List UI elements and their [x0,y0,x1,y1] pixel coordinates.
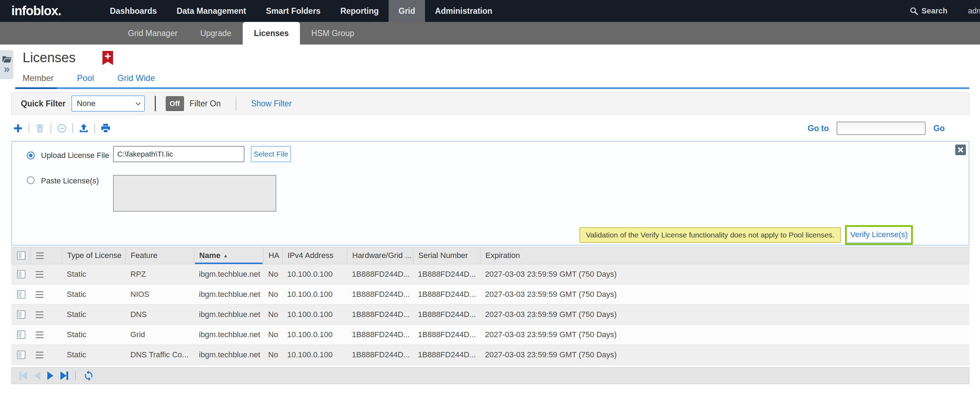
page-title: Licenses [22,50,76,65]
bookmark-add-icon[interactable] [102,51,113,65]
active-tab-underline [15,87,57,89]
previous-page-icon [34,371,40,380]
cell-name: ibgm.techblue.net [194,350,263,360]
select-file-button[interactable]: Select File [251,146,291,162]
quick-filter-selected-value: None [77,99,96,108]
row-menu-icon[interactable] [36,331,43,338]
last-page-button[interactable] [60,371,68,380]
cell-expiration: 2027-03-03 23:59:59 GMT (750 Days) [480,270,969,279]
divider [94,123,95,133]
row-menu-icon[interactable] [36,271,43,278]
filter-on-label: Filter On [190,99,221,108]
menu-icon[interactable] [36,252,44,259]
header-name[interactable]: Name ▲ [194,247,264,264]
upload-license-radio-label: Upload License File [41,151,109,160]
header-feature[interactable]: Feature [126,247,194,264]
filter-on-toggle[interactable]: Off [166,96,184,111]
first-page-icon [21,371,27,380]
row-menu-icon[interactable] [36,291,43,298]
nav-item-dashboards[interactable]: Dashboards [100,0,167,22]
cell-feature: RPZ [126,270,194,279]
previous-page-button[interactable] [34,371,40,380]
user-menu[interactable]: admin [968,6,980,16]
quick-filter-select[interactable]: None [72,95,145,112]
cell-expiration: 2027-03-03 23:59:59 GMT (750 Days) [480,290,969,299]
cell-name: ibgm.techblue.net [194,330,263,339]
upload-button[interactable] [77,122,91,135]
paste-license-textarea[interactable] [113,175,276,212]
sidebar-expand-toggle[interactable]: » [0,50,13,79]
paste-license-radio[interactable] [27,177,35,184]
row-checkbox[interactable] [17,290,25,299]
go-button[interactable]: Go [933,124,945,133]
header-serial-number[interactable]: Serial Number [413,247,480,264]
header-name-label: Name [199,251,220,260]
sort-ascending-icon: ▲ [223,253,228,258]
table-row[interactable]: Static NIOS ibgm.techblue.net No 10.100.… [11,285,969,305]
cell-serial: 1B888FD244D... [413,270,480,279]
global-search[interactable]: Search [909,6,948,16]
quick-filter-label: Quick Filter [21,99,66,108]
remove-button[interactable] [55,122,68,135]
select-all-checkbox[interactable] [17,251,25,260]
tab-pool[interactable]: Pool [77,73,94,83]
row-menu-icon[interactable] [36,352,43,358]
table-row[interactable]: Static RPZ ibgm.techblue.net No 10.100.0… [11,264,969,285]
header-hardware-grid[interactable]: Hardware/Grid ... [347,247,413,264]
cell-expiration: 2027-03-03 23:59:59 GMT (750 Days) [480,310,969,319]
cell-ha: No [263,310,282,319]
top-nav-right: Search admin [909,0,980,22]
quick-filter-bar: Quick Filter None Off Filter On Show Fil… [11,92,969,115]
cell-ipv4: 10.100.0.100 [282,290,347,299]
tab-member[interactable]: Member [22,73,54,83]
licenses-table: Type of License Feature Name ▲ HA IPv4 A… [11,247,969,365]
cell-expiration: 2027-03-03 23:59:59 GMT (750 Days) [480,330,969,339]
nav-item-administration[interactable]: Administration [425,0,502,22]
minus-circle-icon [57,123,67,133]
show-filter-link[interactable]: Show Filter [251,99,292,108]
subnav-item-hsm-group[interactable]: HSM Group [300,22,365,45]
row-checkbox[interactable] [17,310,25,319]
subnav-item-grid-manager[interactable]: Grid Manager [116,22,189,45]
toolbar-icons [11,122,112,135]
table-row[interactable]: Static DNS Traffic Co... ibgm.techblue.n… [11,345,969,365]
trash-icon [35,123,45,133]
cell-name: ibgm.techblue.net [194,270,263,279]
tab-grid-wide[interactable]: Grid Wide [117,73,155,83]
header-ha[interactable]: HA [264,247,283,264]
refresh-button[interactable] [83,370,94,381]
verify-note-tooltip: Validation of the Verify License functio… [579,227,841,243]
divider [75,371,76,380]
header-expiration[interactable]: Expiration [480,247,969,264]
select-all-checkbox-cell [12,247,31,264]
first-page-button[interactable] [19,371,27,380]
row-menu-icon[interactable] [36,311,43,318]
nav-item-data-management[interactable]: Data Management [167,0,256,22]
verify-licenses-button[interactable]: Verify License(s) [847,227,911,243]
row-checkbox[interactable] [17,351,25,359]
delete-button[interactable] [33,122,47,135]
header-ipv4-address[interactable]: IPv4 Address [283,247,347,264]
nav-item-reporting[interactable]: Reporting [330,0,388,22]
table-row[interactable]: Static Grid ibgm.techblue.net No 10.100.… [11,325,969,345]
next-page-button[interactable] [47,371,53,380]
goto-input[interactable] [837,122,926,135]
license-file-path-input[interactable] [113,146,245,162]
table-row[interactable]: Static DNS ibgm.techblue.net No 10.100.0… [11,305,969,325]
nav-item-smart-folders[interactable]: Smart Folders [256,0,331,22]
add-button[interactable] [11,122,25,135]
row-checkbox[interactable] [17,270,25,278]
divider [29,123,29,133]
header-type-of-license[interactable]: Type of License [62,247,126,264]
print-button[interactable] [99,122,112,135]
cell-hardware: 1B888FD244D... [347,290,413,299]
top-nav-menu: Dashboards Data Management Smart Folders… [100,0,503,22]
next-page-icon [47,371,53,380]
subnav-item-upgrade[interactable]: Upgrade [189,22,243,45]
upload-license-radio[interactable] [27,152,35,159]
search-label: Search [922,6,948,16]
subnav-item-licenses[interactable]: Licenses [243,22,300,45]
nav-item-grid[interactable]: Grid [388,0,425,22]
row-checkbox[interactable] [17,331,25,339]
close-panel-button[interactable] [955,145,966,155]
